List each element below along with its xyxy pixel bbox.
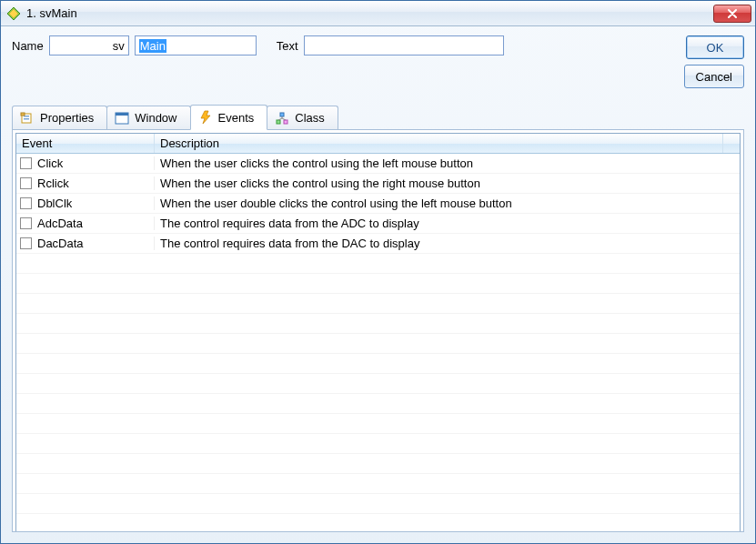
event-checkbox[interactable]: [20, 217, 32, 229]
tab-label: Events: [218, 111, 255, 125]
event-description: When the user double clicks the control …: [155, 196, 740, 210]
event-name: DacData: [37, 237, 84, 250]
app-icon: [6, 6, 21, 21]
empty-row: [16, 274, 740, 294]
event-description: The control requires data from the ADC t…: [155, 217, 740, 230]
empty-row: [16, 514, 740, 532]
event-description: The control requires data from the DAC t…: [155, 237, 740, 250]
event-checkbox[interactable]: [20, 157, 32, 169]
event-name: AdcData: [37, 217, 83, 230]
events-icon: [198, 110, 213, 125]
dialog-buttons: OK Cancel: [684, 35, 744, 88]
table-row[interactable]: RclickWhen the user clicks the control u…: [16, 174, 740, 194]
events-grid: Event Description ClickWhen the user cli…: [15, 133, 741, 532]
name-label: Name: [12, 39, 44, 53]
cancel-button[interactable]: Cancel: [684, 65, 744, 88]
event-name: Click: [37, 156, 63, 170]
empty-row: [16, 254, 740, 274]
empty-row: [16, 414, 740, 434]
window-icon: [115, 111, 129, 126]
event-checkbox[interactable]: [20, 177, 32, 189]
name-input[interactable]: Main: [135, 35, 257, 55]
svg-rect-9: [280, 113, 284, 116]
empty-row: [16, 374, 740, 394]
table-row[interactable]: DacDataThe control requires data from th…: [16, 234, 740, 254]
tab-events[interactable]: Events: [190, 105, 268, 130]
event-cell: DblClk: [16, 196, 155, 210]
svg-rect-7: [116, 113, 128, 116]
close-icon: [727, 9, 738, 18]
text-label: Text: [277, 39, 298, 53]
tab-label: Class: [295, 111, 325, 125]
svg-marker-8: [201, 111, 210, 124]
empty-row: [16, 334, 740, 354]
event-cell: Click: [16, 156, 155, 170]
dialog-window: 1. svMain Name sv Main Text OK Cancel: [0, 0, 756, 544]
empty-row: [16, 454, 740, 474]
event-cell: Rclick: [16, 176, 155, 190]
class-icon: [275, 111, 289, 126]
event-name: DblClk: [37, 196, 72, 210]
event-cell: DacData: [16, 237, 155, 250]
grid-body[interactable]: ClickWhen the user clicks the control us…: [16, 154, 740, 532]
titlebar[interactable]: 1. svMain: [1, 1, 755, 26]
event-cell: AdcData: [16, 217, 155, 230]
tab-window[interactable]: Window: [106, 106, 190, 129]
name-prefix-input[interactable]: sv: [49, 35, 129, 55]
tab-label: Window: [135, 111, 176, 125]
table-row[interactable]: DblClkWhen the user double clicks the co…: [16, 194, 740, 214]
col-header-scroll-spacer: [723, 134, 740, 153]
text-field-group: Text: [277, 35, 504, 55]
svg-rect-5: [21, 113, 25, 116]
name-field-group: Name sv Main: [12, 35, 257, 55]
svg-rect-10: [277, 120, 280, 124]
event-description: When the user clicks the control using t…: [155, 176, 740, 190]
grid-header: Event Description: [16, 134, 740, 154]
name-input-selection: Main: [139, 39, 166, 53]
tab-properties[interactable]: Properties: [12, 106, 107, 129]
svg-rect-4: [24, 118, 29, 120]
empty-row: [16, 294, 740, 314]
tab-content: Event Description ClickWhen the user cli…: [12, 129, 744, 532]
event-name: Rclick: [37, 176, 69, 190]
empty-row: [16, 434, 740, 454]
col-header-event[interactable]: Event: [16, 134, 155, 153]
event-description: When the user clicks the control using t…: [155, 156, 740, 170]
tab-label: Properties: [40, 111, 94, 125]
svg-rect-11: [284, 120, 287, 124]
close-button[interactable]: [713, 5, 751, 23]
empty-row: [16, 474, 740, 494]
empty-row: [16, 314, 740, 334]
empty-row: [16, 394, 740, 414]
table-row[interactable]: ClickWhen the user clicks the control us…: [16, 154, 740, 174]
col-header-description[interactable]: Description: [155, 134, 723, 153]
tab-class[interactable]: Class: [267, 106, 338, 129]
tab-bar: Properties Window Events Class: [1, 92, 755, 129]
ok-button[interactable]: OK: [686, 35, 744, 59]
text-input[interactable]: [304, 35, 504, 55]
window-title: 1. svMain: [26, 6, 713, 20]
properties-icon: [20, 111, 35, 126]
table-row[interactable]: AdcDataThe control requires data from th…: [16, 214, 740, 234]
empty-row: [16, 354, 740, 374]
event-checkbox[interactable]: [20, 237, 32, 249]
form-row: Name sv Main Text OK Cancel: [1, 26, 755, 92]
event-checkbox[interactable]: [20, 197, 32, 209]
empty-row: [16, 494, 740, 514]
